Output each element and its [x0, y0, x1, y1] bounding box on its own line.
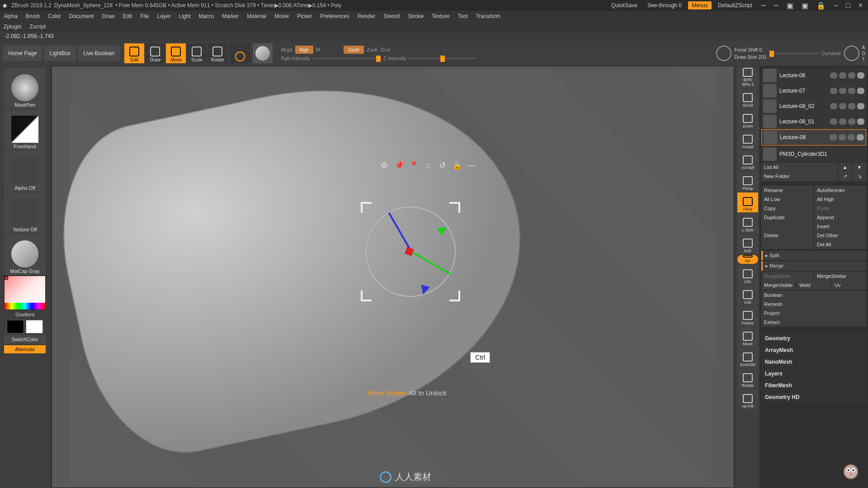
flag-b-icon[interactable]: [839, 118, 846, 125]
undo-icon[interactable]: ↺: [438, 160, 447, 169]
flag-b-icon[interactable]: [839, 88, 846, 94]
flag-a-icon[interactable]: [830, 72, 837, 79]
rt-floor[interactable]: Floor: [737, 192, 758, 212]
menu-material[interactable]: Material: [247, 13, 266, 19]
scale-mode-button[interactable]: Scale: [187, 43, 207, 63]
flag-a-icon[interactable]: [830, 103, 837, 109]
visibility-icon[interactable]: [857, 88, 864, 94]
menu-transform[interactable]: Transform: [476, 13, 500, 19]
brush-tile[interactable]: MaskPen: [4, 68, 46, 108]
maximize-icon[interactable]: □: [843, 1, 853, 9]
menu-zscript[interactable]: Zscript: [29, 23, 46, 30]
panel---button[interactable]: ▼: [853, 163, 866, 172]
rt-move[interactable]: Move: [737, 327, 758, 347]
flag-a-icon[interactable]: [830, 88, 837, 94]
panel-del-all-button[interactable]: Del All: [814, 240, 866, 249]
section-arraymesh[interactable]: ArrayMesh: [761, 345, 866, 356]
rt-rot2[interactable]: rot2: [737, 286, 758, 305]
panel-new-folder-button[interactable]: New Folder: [761, 172, 837, 181]
z-intensity-slider[interactable]: [409, 58, 476, 59]
menus-toggle[interactable]: Menus: [688, 1, 712, 9]
section-fibermesh[interactable]: FiberMesh: [761, 380, 866, 391]
home-icon[interactable]: ⌂: [423, 160, 432, 169]
flag-b-icon[interactable]: [839, 103, 846, 109]
menu-preferences[interactable]: Preferences: [320, 13, 349, 19]
rgb-button[interactable]: Rgb: [295, 46, 313, 54]
rt-zoom[interactable]: Zoom: [737, 109, 758, 129]
flag-c-icon[interactable]: [848, 118, 855, 125]
panel-uv-button[interactable]: Uv: [832, 281, 866, 290]
lock-icon[interactable]: 🔒: [814, 1, 828, 10]
panel-paste-button[interactable]: Paste: [814, 204, 866, 213]
primary-color-swatch[interactable]: [26, 320, 43, 333]
rt-ne-fill[interactable]: ne-Fill: [737, 389, 758, 409]
layout-icon-a[interactable]: ⎼: [759, 1, 769, 9]
rt-aahalf[interactable]: AAHalf: [737, 151, 758, 171]
gradient-label[interactable]: Gradient: [15, 312, 34, 317]
rt-frame[interactable]: Frame: [737, 306, 758, 326]
rotate-mode-button[interactable]: Rotate: [208, 43, 227, 63]
panel---button[interactable]: ▲: [838, 163, 852, 172]
quicksave-button[interactable]: QuickSave: [608, 1, 641, 9]
section-geometry-hd[interactable]: Geometry HD: [761, 392, 866, 403]
pin-icon[interactable]: 📌: [394, 160, 403, 169]
subtool-lecture-07[interactable]: Lecture-07: [761, 83, 866, 99]
menu-texture[interactable]: Texture: [432, 13, 449, 19]
zadd-button[interactable]: Zadd: [344, 46, 364, 54]
close-icon[interactable]: ×: [856, 1, 865, 9]
rt-actual[interactable]: Actual: [737, 130, 758, 150]
menu-render[interactable]: Render: [358, 13, 375, 19]
lightbox-button[interactable]: LightBox: [44, 46, 76, 61]
menu-macro[interactable]: Macro: [199, 13, 214, 19]
flag-c-icon[interactable]: [848, 72, 855, 79]
panel---button[interactable]: ↗: [838, 172, 852, 181]
panel-copy-button[interactable]: Copy: [761, 204, 813, 213]
mrgb-button[interactable]: Mrgb: [281, 47, 292, 52]
edit-mode-button[interactable]: Edit: [124, 43, 144, 63]
panel---button[interactable]: ↘: [853, 172, 866, 181]
dock-icon[interactable]: ▣: [784, 1, 796, 10]
panel-del-other-button[interactable]: Del Other: [814, 231, 866, 240]
focal-shift-slider[interactable]: Focal Shift 0: [734, 47, 767, 52]
zsub-button[interactable]: Zsub: [367, 47, 377, 52]
panel-all-low-button[interactable]: All Low: [761, 195, 813, 204]
panel-mergedown-button[interactable]: MergeDown: [761, 272, 813, 281]
panel-delete-button[interactable]: Delete: [761, 231, 813, 240]
focal-s-icon[interactable]: [716, 46, 731, 61]
flag-c-icon[interactable]: [848, 134, 855, 141]
alternate-button[interactable]: Alternate: [4, 345, 46, 353]
flag-a-icon[interactable]: [830, 134, 837, 141]
rt-scroll[interactable]: Scroll: [737, 89, 758, 108]
menu-stencil[interactable]: Stencil: [383, 13, 400, 19]
rt-rotate[interactable]: Rotate: [737, 369, 758, 389]
rgb-intensity-slider[interactable]: [313, 58, 381, 59]
panel-list-all-button[interactable]: List All: [761, 163, 837, 172]
menu-light[interactable]: Light: [179, 13, 191, 19]
subtool-lecture-08-02[interactable]: Lecture-08_02: [761, 99, 866, 114]
secondary-color-swatch[interactable]: [7, 320, 24, 333]
menu-movie[interactable]: Movie: [274, 13, 289, 19]
rt-l-sym[interactable]: L.Sym: [737, 213, 758, 233]
panel-insert-button[interactable]: Insert: [814, 222, 866, 231]
panel-all-high-button[interactable]: All High: [814, 195, 866, 204]
visibility-icon[interactable]: [857, 118, 864, 125]
menu-stroke[interactable]: Stroke: [408, 13, 424, 19]
menu-draw[interactable]: Draw: [102, 13, 114, 19]
menu-alpha[interactable]: Alpha: [4, 13, 18, 19]
marker-icon[interactable]: 📍: [409, 160, 418, 169]
layout-icon-b[interactable]: ⎼: [771, 1, 781, 9]
alpha-tile[interactable]: Alpha Off: [4, 151, 46, 192]
panel-boolean-button[interactable]: Boolean: [761, 291, 866, 300]
rt-zoom3d[interactable]: Zoom3D: [737, 348, 758, 368]
flag-c-icon[interactable]: [848, 88, 855, 94]
texture-tile[interactable]: Texture Off: [4, 192, 46, 233]
focal-slider-track[interactable]: [769, 53, 819, 54]
lock-icon[interactable]: 🔒: [452, 160, 461, 169]
focal-d-icon[interactable]: [844, 46, 859, 61]
panel-remesh-button[interactable]: Remesh: [761, 300, 866, 309]
subtool-lecture-06[interactable]: Lecture-06: [761, 68, 866, 83]
material-sphere[interactable]: [253, 43, 273, 63]
flag-a-icon[interactable]: [830, 118, 837, 125]
draw-size-slider[interactable]: Draw Size 201: [734, 54, 767, 60]
visibility-icon[interactable]: [857, 134, 864, 141]
